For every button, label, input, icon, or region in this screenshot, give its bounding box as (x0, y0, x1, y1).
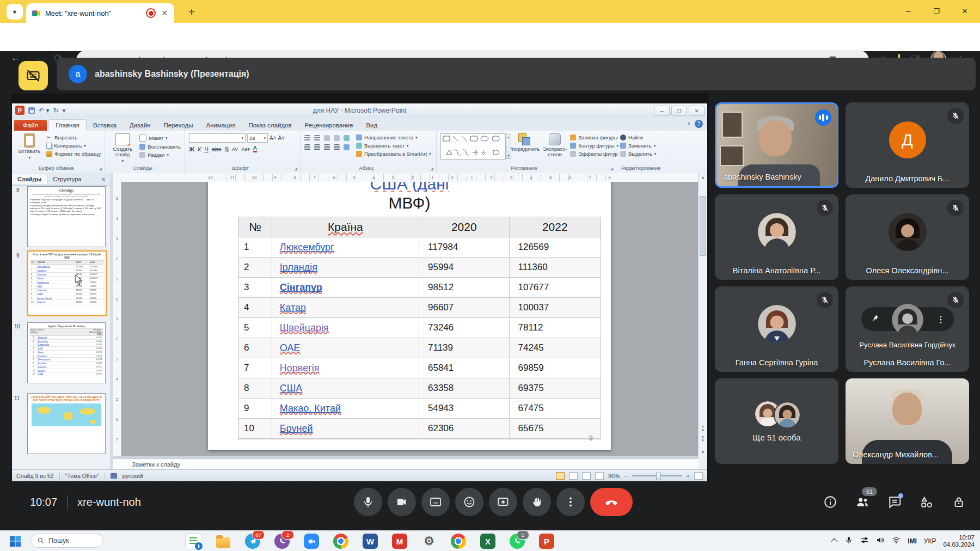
participant-tile[interactable]: Д Данило Дмитрович Б... (846, 102, 969, 188)
shape-effects-button[interactable]: Эффекты фигур ▾ (570, 151, 622, 157)
window-minimize-button[interactable]: ─ (896, 2, 921, 20)
participant-tile[interactable]: Олександр Михайлов... (846, 378, 969, 464)
settings-gear-icon[interactable]: ⚙ (421, 534, 437, 549)
notes-pane[interactable]: Заметки к слайду (113, 458, 699, 470)
zoom-in-icon[interactable]: + (687, 473, 690, 479)
dialog-launcher-icon[interactable]: ◢ (431, 167, 433, 171)
pin-icon[interactable] (870, 313, 880, 325)
ppt-restore-button[interactable]: ❐ (671, 106, 687, 116)
word-icon[interactable]: W (363, 534, 378, 549)
grow-font-icon[interactable]: A˄ (270, 135, 277, 141)
camera-button[interactable] (388, 488, 416, 516)
country-link[interactable]: Швейцарія (280, 322, 329, 333)
ppt-ribbon-tab[interactable]: Переходы (157, 120, 199, 131)
scroll-thumb[interactable] (700, 196, 706, 256)
copy-button[interactable]: Копировать ▾ (46, 143, 101, 149)
zoom-level[interactable]: 90% (608, 473, 620, 479)
tray-mixer-icon[interactable] (860, 536, 869, 547)
zoom-icon[interactable] (304, 534, 319, 549)
slide-thumbnail-8[interactable]: Сінгапур високорозвинена країна з ринков… (27, 186, 106, 247)
country-link[interactable]: США (280, 383, 303, 394)
line-spacing-icon[interactable] (344, 135, 350, 141)
dialog-launcher-icon[interactable]: ◢ (99, 167, 102, 171)
arrange-button[interactable]: Упорядочить (509, 133, 540, 152)
ppt-file-tab[interactable]: Файл (14, 120, 47, 131)
tab-slides[interactable]: Слайды (12, 174, 47, 184)
participant-tile-presenter[interactable]: abashinsky Bashinsky (715, 102, 838, 188)
ppt-ribbon-tab[interactable]: Рецензирование (298, 120, 360, 131)
slide-thumbnail-9[interactable]: Список країн ВВП на душу населення в дол… (27, 250, 107, 316)
tray-wifi-icon[interactable] (892, 536, 901, 547)
columns-icon[interactable] (344, 144, 350, 150)
mail-app-icon[interactable]: M (392, 534, 407, 549)
align-text-button[interactable]: Выровнять текст ▾ (356, 143, 431, 149)
shapes-scroll[interactable]: ▲▼ (506, 134, 511, 159)
participant-tile[interactable]: Олеся Олександрівн... (846, 194, 969, 280)
replace-button[interactable]: Заменить ▾ (620, 143, 656, 149)
country-link[interactable]: Норвегія (280, 363, 320, 374)
ppt-ribbon-tab[interactable]: Вставка (87, 120, 123, 131)
keyboard-off-button[interactable] (19, 61, 48, 90)
indent-increase-icon[interactable] (334, 135, 340, 141)
country-link[interactable]: Сінгапур (280, 282, 322, 293)
zoom-out-icon[interactable]: − (624, 473, 627, 479)
activities-icon[interactable] (920, 495, 934, 509)
start-button[interactable] (9, 535, 22, 548)
layout-button[interactable]: Макет ▾ (139, 134, 181, 142)
numbering-icon[interactable] (314, 135, 320, 141)
powerpoint-taskbar-icon[interactable]: P (539, 534, 554, 549)
chrome-icon[interactable] (333, 534, 348, 549)
normal-view-icon[interactable] (556, 472, 565, 480)
next-slide-button[interactable]: ▼▼ (699, 436, 707, 442)
info-icon[interactable] (823, 495, 837, 509)
ppt-ribbon-tab[interactable]: Показ слайдов (242, 120, 298, 131)
help-icon[interactable]: ? (695, 120, 703, 128)
excel-icon[interactable]: X (480, 534, 495, 549)
dialog-launcher-icon[interactable]: ◢ (295, 167, 297, 171)
country-link[interactable]: Катар (280, 302, 306, 313)
strikethrough-button[interactable]: abc (212, 146, 222, 152)
smartart-button[interactable]: Преобразовать в SmartArt ▾ (356, 151, 431, 157)
chat-icon[interactable] (887, 495, 902, 509)
shape-fill-button[interactable]: Заливка фигуры ▾ (570, 134, 622, 140)
more-participants-tile[interactable]: Ще 51 особа (715, 378, 838, 464)
align-right-icon[interactable] (324, 144, 330, 150)
find-button[interactable]: Найти (620, 134, 656, 140)
section-button[interactable]: Раздел ▾ (139, 152, 181, 158)
spellcheck-icon[interactable] (111, 473, 117, 479)
italic-button[interactable]: К (198, 146, 201, 152)
chrome-icon-2[interactable] (451, 534, 466, 549)
slide-thumbnail-10[interactable]: Індекс Людського Розвитку Місце в рейтин… (27, 322, 106, 383)
font-size-combo[interactable]: 19▾ (247, 133, 268, 143)
more-options-button[interactable] (556, 488, 585, 516)
telegram-icon[interactable]: 87 (245, 534, 260, 549)
language-indicator[interactable]: русский (122, 473, 143, 479)
fit-to-window-icon[interactable] (694, 472, 703, 480)
tab-outline[interactable]: Структура (47, 174, 87, 184)
whatsapp-icon[interactable]: 1 (510, 534, 525, 549)
char-spacing-button[interactable]: AV (232, 146, 238, 152)
participant-tile-hovered[interactable]: ⋮ Руслана Василівна Гордійчук Руслана Ва… (846, 286, 969, 372)
participant-tile[interactable]: Віталіна Анатоліївна Р... (715, 194, 838, 280)
align-center-icon[interactable] (314, 144, 320, 150)
emoji-button[interactable] (455, 488, 483, 516)
window-maximize-button[interactable]: ❐ (924, 2, 949, 20)
tray-mic-icon[interactable] (844, 536, 853, 547)
scroll-down-icon[interactable]: ▼ (699, 448, 707, 456)
reading-view-icon[interactable] (582, 472, 591, 480)
tray-input-indicator[interactable]: ІМІ (908, 537, 917, 545)
ppt-ribbon-tab[interactable]: Главная (48, 119, 87, 131)
scroll-up-icon[interactable]: ▲ (699, 173, 707, 181)
underline-button[interactable]: Ч (204, 146, 208, 152)
vertical-scrollbar[interactable]: ▲ ▲▲ ▼▼ ▼ (698, 173, 707, 456)
country-link[interactable]: Макао, Китай (280, 403, 341, 414)
change-case-button[interactable]: Aa▾ (241, 146, 250, 152)
shapes-gallery[interactable]: ▲▼ (440, 133, 506, 160)
tray-expand-icon[interactable] (831, 538, 838, 546)
people-icon[interactable]: 61 (855, 495, 869, 509)
select-button[interactable]: Выделить ▾ (620, 151, 656, 157)
new-slide-button[interactable]: Создать слайд▾ (109, 133, 136, 164)
shrink-font-icon[interactable]: A˅ (278, 135, 285, 141)
viber-icon[interactable]: 2 (274, 534, 290, 549)
ppt-minimize-button[interactable]: ─ (654, 106, 670, 116)
